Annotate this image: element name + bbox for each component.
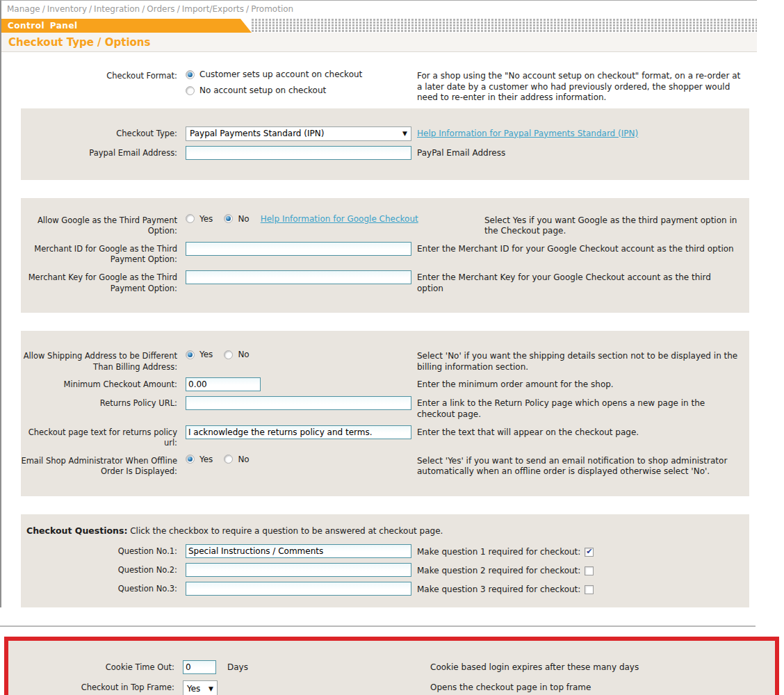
- allow-google-row: Allow Google as the Third Payment Option…: [21, 213, 749, 237]
- breadcrumb-item-import-exports[interactable]: Import/Exports: [182, 4, 244, 14]
- checkout-questions-heading: Checkout Questions: Click the checkbox t…: [26, 525, 749, 536]
- checkout-format-customer-account-radio[interactable]: [186, 70, 195, 79]
- question-1-label: Question No.1:: [21, 544, 186, 557]
- cookie-timeout-days-label: Days: [227, 662, 248, 672]
- question-3-required-label: Make question 3 required for checkout:: [417, 584, 580, 596]
- no-option-label: No: [238, 350, 249, 359]
- breadcrumb-item-integration[interactable]: Integration: [94, 4, 140, 14]
- email-admin-row: Email Shop Administrator When Offline Or…: [21, 454, 749, 477]
- main-content-frame: Manage/Inventory/Integration/Orders/Impo…: [0, 0, 757, 607]
- breadcrumb-separator: /: [42, 4, 45, 14]
- google-merchant-key-help-text: Enter the Merchant Key for your Google C…: [411, 270, 749, 294]
- google-merchant-id-help-text: Enter the Merchant ID for your Google Ch…: [411, 242, 749, 255]
- allow-google-no-radio[interactable]: [224, 214, 233, 223]
- yes-option-label: Yes: [199, 350, 213, 359]
- allow-google-yes-radio[interactable]: [186, 214, 195, 223]
- paypal-email-label: Paypal Email Address:: [21, 146, 186, 159]
- checkout-format-label: Checkout Format:: [1, 69, 186, 82]
- no-option-label: No: [238, 214, 249, 224]
- google-payment-section: Allow Google as the Third Payment Option…: [21, 198, 749, 313]
- email-admin-no-radio[interactable]: [224, 455, 233, 464]
- control-panel-banner: Control Panel: [1, 19, 252, 33]
- yes-option-label: Yes: [199, 214, 213, 224]
- breadcrumb-item-orders[interactable]: Orders: [147, 4, 174, 14]
- control-panel-bar: Control Panel: [1, 19, 757, 33]
- google-merchant-key-input[interactable]: [186, 270, 411, 284]
- paypal-email-input[interactable]: [186, 146, 411, 160]
- shipping-different-row: Allow Shipping Address to be Different T…: [21, 349, 749, 373]
- shipping-different-yes-radio[interactable]: [186, 350, 195, 359]
- control-panel-page: Manage/Inventory/Integration/Orders/Impo…: [0, 0, 784, 695]
- returns-text-input[interactable]: [186, 425, 411, 439]
- cookie-timeout-label: Cookie Time Out:: [8, 660, 183, 673]
- minimum-amount-label: Minimum Checkout Amount:: [21, 377, 186, 391]
- returns-url-input[interactable]: [186, 396, 411, 410]
- checkout-type-select[interactable]: Paypal Payments Standard (IPN) ▼: [186, 126, 411, 141]
- checkout-questions-heading-bold: Checkout Questions:: [26, 525, 127, 536]
- question-1-required-label: Make question 1 required for checkout:: [417, 547, 580, 558]
- section-divider: [0, 626, 756, 627]
- question-3-label: Question No.3:: [21, 582, 186, 595]
- google-merchant-key-label: Merchant Key for Google as the Third Pay…: [21, 270, 186, 294]
- google-merchant-id-label: Merchant ID for Google as the Third Paym…: [21, 242, 186, 265]
- breadcrumb-separator: /: [246, 4, 249, 14]
- question-3-required-checkbox[interactable]: [585, 585, 594, 594]
- minimum-amount-row: Minimum Checkout Amount: Enter the minim…: [21, 377, 749, 391]
- email-admin-label: Email Shop Administrator When Offline Or…: [21, 454, 186, 477]
- question-1-row: Question No.1: Make question 1 required …: [21, 544, 749, 558]
- breadcrumb-separator: /: [89, 4, 92, 14]
- chevron-down-icon: ▼: [209, 685, 213, 692]
- question-1-input[interactable]: [186, 544, 411, 558]
- checkout-questions-section: Checkout Questions: Click the checkbox t…: [21, 514, 749, 607]
- breadcrumb-item-promotion[interactable]: Promotion: [251, 4, 293, 14]
- paypal-email-row: Paypal Email Address: PayPal Email Addre…: [21, 146, 749, 160]
- checkout-format-help-text: For a shop using the "No account setup o…: [411, 69, 757, 104]
- top-frame-label: Checkout in Top Frame:: [8, 680, 183, 694]
- checkout-format-row: Checkout Format: Customer sets up accoun…: [1, 69, 757, 104]
- top-frame-select[interactable]: Yes ▼: [183, 680, 218, 695]
- email-admin-yes-radio[interactable]: [186, 455, 195, 464]
- payment-type-section: Checkout Type: Paypal Payments Standard …: [21, 108, 749, 180]
- chevron-down-icon: ▼: [402, 130, 407, 137]
- checkout-type-label: Checkout Type:: [21, 126, 186, 140]
- question-3-row: Question No.3: Make question 3 required …: [21, 582, 749, 596]
- breadcrumb-item-inventory[interactable]: Inventory: [47, 4, 87, 14]
- breadcrumb-item-manage[interactable]: Manage: [7, 4, 40, 14]
- question-2-label: Question No.2:: [21, 563, 186, 576]
- returns-text-label: Checkout page text for returns policy ur…: [21, 425, 186, 449]
- question-2-required-label: Make question 2 required for checkout:: [417, 566, 580, 577]
- paypal-help-link[interactable]: Help Information for Paypal Payments Sta…: [417, 129, 638, 138]
- question-1-required-checkbox[interactable]: [585, 548, 594, 557]
- allow-google-label: Allow Google as the Third Payment Option…: [21, 213, 186, 237]
- google-checkout-help-link[interactable]: Help Information for Google Checkout: [261, 214, 418, 224]
- checkout-questions-heading-rest: Click the checkbox to require a question…: [127, 526, 443, 536]
- checkout-format-option-label: Customer sets up account on checkout: [199, 70, 362, 79]
- returns-text-row: Checkout page text for returns policy ur…: [21, 425, 749, 449]
- question-3-input[interactable]: [186, 582, 411, 596]
- breadcrumb-separator: /: [142, 4, 145, 14]
- cookie-timeout-input[interactable]: [183, 660, 216, 674]
- question-2-row: Question No.2: Make question 2 required …: [21, 563, 749, 577]
- minimum-amount-input[interactable]: [186, 377, 261, 391]
- shipping-different-help-text: Select 'No' if you want the shipping det…: [411, 349, 749, 373]
- highlighted-cookie-section: Cookie Time Out: Days Cookie based login…: [4, 637, 779, 695]
- cookie-timeout-row: Cookie Time Out: Days Cookie based login…: [8, 660, 775, 674]
- cookie-timeout-help-text: Cookie based login expires after these m…: [425, 660, 775, 673]
- returns-url-label: Returns Policy URL:: [21, 396, 186, 409]
- hatch-pattern-decoration: [252, 19, 757, 33]
- breadcrumb-separator: /: [177, 4, 180, 14]
- question-2-input[interactable]: [186, 563, 411, 577]
- google-merchant-id-input[interactable]: [186, 242, 411, 256]
- google-merchant-key-row: Merchant Key for Google as the Third Pay…: [21, 270, 749, 294]
- yes-option-label: Yes: [199, 455, 213, 464]
- checkout-type-row: Checkout Type: Paypal Payments Standard …: [21, 126, 749, 141]
- top-frame-selected-value: Yes: [187, 684, 200, 694]
- minimum-amount-help-text: Enter the minimum order amount for the s…: [411, 377, 749, 391]
- checkout-format-option-label: No account setup on checkout: [199, 85, 326, 95]
- checkout-type-selected-value: Paypal Payments Standard (IPN): [190, 129, 324, 138]
- shipping-different-no-radio[interactable]: [224, 350, 233, 359]
- checkout-format-no-account-radio[interactable]: [186, 86, 195, 95]
- shipping-different-label: Allow Shipping Address to be Different T…: [21, 349, 186, 373]
- page-title: Checkout Type / Options: [1, 33, 757, 52]
- question-2-required-checkbox[interactable]: [585, 566, 594, 575]
